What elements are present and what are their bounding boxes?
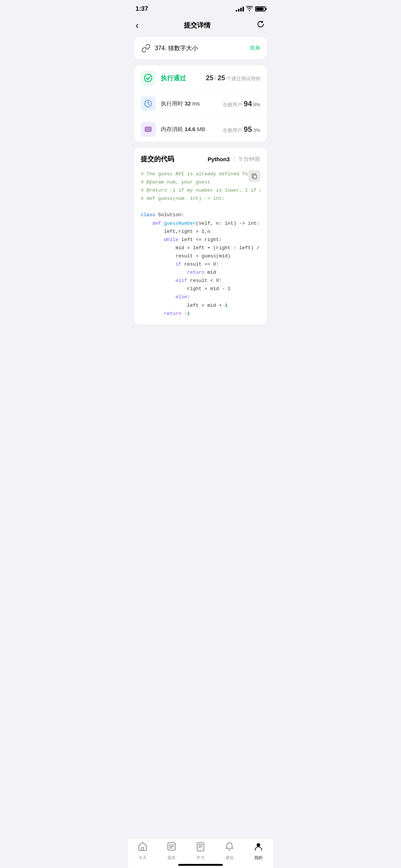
problem-title: 374. 猜数字大小: [155, 45, 198, 52]
code-meta: Python3 5 分钟前: [208, 156, 260, 163]
battery-icon: [255, 6, 265, 12]
memory-info: 内存消耗 14.6 MB: [161, 126, 223, 133]
code-line-8: left,right = 1,n: [141, 228, 260, 236]
pass-count: 25 / 25 个通过测试用例: [206, 74, 260, 82]
page-title: 提交详情: [184, 21, 211, 30]
code-time-ago: 5 分钟前: [239, 156, 260, 163]
refresh-button[interactable]: [256, 19, 265, 31]
pass-icon: [141, 71, 156, 85]
back-button[interactable]: ‹: [136, 20, 139, 31]
status-icons: [236, 6, 265, 12]
svg-rect-3: [253, 175, 257, 179]
svg-point-0: [144, 74, 152, 82]
code-line-17: left = mid + 1: [141, 302, 260, 310]
difficulty-badge: 简单: [250, 45, 260, 52]
code-line-3: # @return -1 if my number is lower, 1 if…: [141, 186, 260, 195]
code-line-7: def guessNumber(self, n: int) -> int:: [141, 220, 260, 228]
code-line-2: # @param num, your guess: [141, 178, 260, 186]
time-icon: [141, 96, 156, 111]
code-line-10: mid = left + (right - left) /: [141, 244, 260, 252]
code-line-18: return -1: [141, 310, 260, 318]
time-row: 执行用时 32 ms 击败用户 94.8%: [134, 91, 267, 117]
status-time: 1:37: [136, 5, 148, 13]
code-line-4: # def guess(num: int) -> int:: [141, 195, 260, 203]
code-line-13: return mid: [141, 269, 260, 277]
code-line-1: # The guess API is already defined foryo…: [141, 170, 260, 178]
memory-row: 内存消耗 14.6 MB 击败用户 95.3%: [134, 117, 267, 142]
problem-info: 374. 猜数字大小: [141, 43, 198, 53]
code-line-14: elif result < 0:: [141, 277, 260, 285]
code-section-title: 提交的代码: [141, 155, 174, 163]
signal-icon: [236, 7, 244, 12]
code-card: 提交的代码 Python3 5 分钟前 # The guess API is a…: [134, 148, 267, 325]
memory-label: 内存消耗 14.6 MB: [161, 126, 205, 132]
stats-card: 执行通过 25 / 25 个通过测试用例 执行用时 32 ms 击败用户 94.…: [134, 65, 267, 142]
problem-row: 374. 猜数字大小 简单: [141, 43, 260, 53]
code-line-11: result = guess(mid): [141, 252, 260, 260]
wifi-icon: [246, 6, 253, 12]
code-header: 提交的代码 Python3 5 分钟前: [141, 155, 260, 163]
pass-label: 执行通过: [161, 75, 186, 82]
time-label: 执行用时 32 ms: [161, 100, 200, 107]
code-line-12: if result == 0:: [141, 260, 260, 269]
time-rank: 击败用户 94.8%: [223, 100, 260, 108]
copy-button[interactable]: [248, 170, 260, 182]
memory-icon: [141, 122, 156, 137]
time-info: 执行用时 32 ms: [161, 100, 223, 107]
code-meta-divider: [234, 156, 234, 162]
pass-status: 执行通过: [161, 74, 206, 82]
code-line-6: class Solution:: [141, 211, 260, 219]
code-line-9: while left <= right:: [141, 236, 260, 244]
memory-rank: 击败用户 95.3%: [223, 125, 260, 134]
code-language: Python3: [208, 156, 229, 162]
pass-row: 执行通过 25 / 25 个通过测试用例: [134, 65, 267, 91]
code-line-15: right = mid - 1: [141, 285, 260, 293]
link-icon: [141, 43, 151, 53]
code-block: # The guess API is already defined foryo…: [141, 170, 260, 318]
code-line-5: [141, 203, 260, 211]
nav-header: ‹ 提交详情: [128, 16, 273, 37]
problem-card: 374. 猜数字大小 简单: [134, 37, 267, 59]
status-bar: 1:37: [128, 0, 273, 16]
code-line-16: else:: [141, 293, 260, 301]
